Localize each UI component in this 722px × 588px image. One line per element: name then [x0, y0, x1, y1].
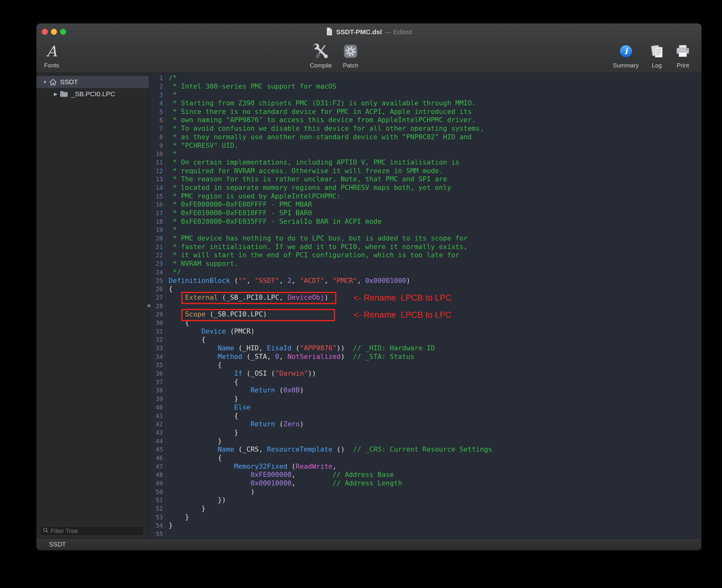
line-number: 22 — [149, 251, 163, 259]
code-line: 5 * Since there is no standard device fo… — [149, 108, 701, 116]
line-number: 9 — [149, 142, 163, 150]
filter-tree-input[interactable] — [50, 528, 141, 534]
line-number: 50 — [149, 488, 163, 496]
code-line: 11 * On certain implementations, includi… — [149, 158, 701, 167]
line-number: 55 — [149, 530, 163, 538]
code-line: 48 0xFE000000, // Address Base — [149, 470, 701, 479]
code-line: 36 If (_OSI ("Darwin")) — [149, 369, 701, 378]
line-number: 54 — [149, 521, 163, 530]
code-text: Else — [163, 403, 251, 412]
line-number: 20 — [149, 234, 163, 243]
code-text: { — [163, 361, 222, 369]
line-number: 36 — [149, 369, 163, 378]
document-proxy-icon[interactable] — [325, 27, 333, 37]
disclosure-collapsed-icon[interactable]: ▶ — [51, 91, 60, 97]
code-line: 33 Name (_HID, EisaId ("APP9876")) // _H… — [149, 344, 701, 353]
line-number: 3 — [149, 90, 163, 99]
code-line: 23 * NVRAM support. — [149, 259, 701, 268]
code-text: * it will start in the end of PCI config… — [163, 251, 460, 259]
code-text: Method (_STA, 0, NotSerialized) // _STA:… — [163, 353, 415, 361]
code-text: /* — [163, 74, 177, 82]
code-text: * PMC device has nothing to do to LPC bu… — [163, 234, 468, 243]
code-line: 32 { — [149, 335, 701, 344]
code-text: * as they normally use another non-stand… — [163, 133, 472, 142]
code-text: * required for NVRAM access. Otherwise i… — [163, 167, 443, 175]
code-line: 3 * — [149, 90, 701, 99]
code-line: 52 } — [149, 504, 701, 513]
annotation-box-line27 — [181, 292, 336, 304]
compile-button[interactable]: Compile — [310, 41, 332, 69]
code-text: * On certain implementations, including … — [163, 158, 460, 167]
disclosure-expanded-icon[interactable]: ▼ — [41, 80, 49, 84]
line-number: 1 — [149, 74, 163, 82]
line-number: 17 — [149, 209, 163, 217]
line-number: 42 — [149, 420, 163, 428]
code-text: * "PCHRESV" UID. — [163, 142, 238, 150]
code-line: 16 * 0xFE000000~0xFE00FFFF - PMC MBAR — [149, 200, 701, 209]
line-number: 37 — [149, 378, 163, 386]
code-line: 51 }) — [149, 496, 701, 504]
summary-button[interactable]: i Summary — [613, 41, 638, 69]
filter-tree-field[interactable] — [40, 526, 144, 536]
code-line: 44 } — [149, 437, 701, 446]
line-number: 41 — [149, 412, 163, 420]
annotation-note-line29: <- Rename LPCB to LPC — [354, 310, 451, 320]
code-text: * Since there is no standard device for … — [163, 108, 472, 116]
line-number: 31 — [149, 327, 163, 336]
line-number: 53 — [149, 513, 163, 522]
code-text — [163, 302, 169, 311]
summary-label: Summary — [613, 62, 638, 69]
line-number: 14 — [149, 184, 163, 192]
code-line: 14 * located in separate memory regions … — [149, 184, 701, 192]
print-icon — [675, 41, 691, 61]
line-number: 6 — [149, 116, 163, 124]
window-chrome: SSDT-PMC.dsl — Edited A Fonts Compile — [36, 23, 701, 73]
code-text: } — [163, 395, 238, 403]
code-text: * 0xFE020000~0xFE035FFF - SerialIo BAR i… — [163, 217, 382, 226]
code-text: * Intel 300-series PMC support for macOS — [163, 82, 337, 91]
code-text: * To avoid confusion we disable this dev… — [163, 124, 484, 133]
code-text: Name (_HID, EisaId ("APP9876")) // _HID:… — [163, 344, 435, 353]
search-icon — [43, 527, 49, 534]
tree-item-sb-pci0-lpc[interactable]: ▶ _SB.PCI0.LPC — [36, 88, 149, 100]
code-line: 21 * faster initialisation. If we add it… — [149, 243, 701, 251]
line-number: 44 — [149, 437, 163, 446]
line-number: 47 — [149, 462, 163, 471]
line-number: 24 — [149, 268, 163, 277]
line-number: 52 — [149, 504, 163, 513]
line-number: 32 — [149, 335, 163, 344]
code-text: { — [163, 412, 238, 420]
patch-label: Patch — [343, 62, 359, 69]
code-text: } — [163, 437, 222, 446]
code-editor[interactable]: 1/*2 * Intel 300-series PMC support for … — [149, 73, 701, 538]
code-text: * 0xFE010000~0xFE010FFF - SPI BAR0 — [163, 209, 312, 217]
code-line: 42 Return (Zero) — [149, 420, 701, 428]
code-text: * PMC region is used by AppleIntelPCHPMC… — [163, 192, 341, 201]
splitter-dimple[interactable] — [147, 304, 151, 307]
line-number: 4 — [149, 99, 163, 108]
line-number: 38 — [149, 386, 163, 395]
line-number: 12 — [149, 167, 163, 175]
app-window: SSDT-PMC.dsl — Edited A Fonts Compile — [36, 23, 701, 550]
fonts-button[interactable]: A Fonts — [44, 41, 59, 69]
log-button[interactable]: Log — [650, 41, 664, 69]
tree-item-ssdt[interactable]: ▼ SSDT — [36, 76, 149, 88]
code-text: */ — [163, 268, 181, 277]
line-number: 40 — [149, 403, 163, 412]
code-line: 49 0x00010000, // Address Length — [149, 479, 701, 488]
code-line: 53 } — [149, 513, 701, 522]
code-line: 34 Method (_STA, 0, NotSerialized) // _S… — [149, 353, 701, 361]
print-button[interactable]: Print — [675, 41, 691, 69]
line-number: 35 — [149, 361, 163, 369]
line-number: 16 — [149, 200, 163, 209]
code-line: 40 Else — [149, 403, 701, 412]
tree-item-label: _SB.PCI0.LPC — [71, 90, 115, 98]
code-line: 6 * own naming "APP9876" to access this … — [149, 116, 701, 124]
code-line: 24 */ — [149, 268, 701, 277]
patch-button[interactable]: Patch — [342, 41, 359, 69]
code-line: 2 * Intel 300-series PMC support for mac… — [149, 82, 701, 91]
code-text: } — [163, 504, 206, 513]
code-line: 35 { — [149, 361, 701, 369]
window-title: SSDT-PMC.dsl — Edited — [36, 23, 701, 41]
log-documents-icon — [650, 41, 664, 61]
